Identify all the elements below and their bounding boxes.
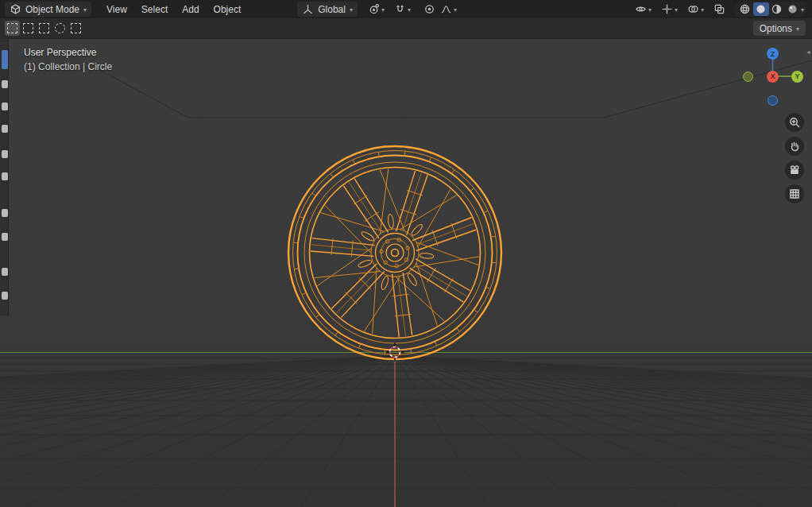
camera-view-button[interactable]	[785, 161, 804, 180]
zoom-icon	[788, 116, 801, 129]
orientation-axes-icon	[302, 3, 314, 15]
hand-icon	[788, 140, 801, 153]
select-extend-icon	[23, 23, 33, 33]
pan-button[interactable]	[785, 137, 804, 156]
chevron-down-icon: ▾	[801, 7, 804, 14]
object-mode-cube-icon	[10, 3, 21, 15]
shading-material-button[interactable]	[769, 2, 785, 16]
pivot-point-dropdown[interactable]: ▾	[365, 2, 387, 17]
menu-add[interactable]: Add	[175, 2, 206, 17]
shading-mode-group: ▾	[736, 2, 806, 17]
toolbar-strip[interactable]	[0, 39, 9, 315]
menu-object[interactable]: Object	[207, 2, 249, 17]
proportional-editing-icon	[423, 3, 435, 15]
chevron-down-icon: ▾	[796, 26, 799, 33]
select-subtract-icon	[39, 23, 49, 33]
toggle-xray-button[interactable]	[711, 2, 728, 17]
shading-rendered-button[interactable]	[785, 2, 801, 16]
gizmos-icon	[661, 3, 673, 15]
select-mode-extend-button[interactable]	[21, 21, 36, 36]
blender-window: Object Mode ▾ View Select Add Object Glo…	[0, 0, 812, 507]
tool-stub[interactable]	[2, 233, 8, 241]
gizmo-z-label: Z	[771, 50, 775, 58]
gizmo-axis-y[interactable]: Y	[791, 71, 803, 83]
mode-selector[interactable]: Object Mode ▾	[5, 2, 91, 17]
chevron-down-icon: ▾	[83, 7, 87, 14]
select-invert-icon	[55, 23, 65, 33]
view-perspective-label: User Perspective	[24, 47, 96, 58]
menu-select[interactable]: Select	[134, 2, 175, 17]
transform-orientation-dropdown[interactable]: Global ▾	[297, 2, 358, 17]
chevron-down-icon: ▾	[675, 7, 678, 14]
tool-stub[interactable]	[2, 268, 8, 276]
proportional-falloff-dropdown[interactable]: ▾	[438, 2, 459, 17]
falloff-curve-icon	[440, 3, 452, 15]
rendered-sphere-icon	[787, 3, 798, 15]
tool-stub[interactable]	[2, 209, 8, 217]
menubar: View Select Add Object	[99, 2, 248, 17]
topbar: Object Mode ▾ View Select Add Object Glo…	[0, 0, 812, 18]
panel-collapse-arrow[interactable]: ◄	[806, 49, 811, 55]
proportional-editing-toggle[interactable]	[421, 2, 438, 17]
overlays-icon	[687, 3, 699, 15]
zoom-button[interactable]	[785, 113, 804, 132]
show-gizmos-dropdown[interactable]: ▾	[659, 2, 680, 17]
wireframe-sphere-icon	[739, 3, 751, 15]
gizmo-axis-neg-z[interactable]	[768, 95, 778, 106]
chevron-down-icon: ▾	[408, 7, 411, 14]
viewport-3d[interactable]	[0, 0, 812, 507]
floor-grid	[0, 356, 812, 507]
toggle-orthographic-button[interactable]	[785, 184, 804, 203]
select-mode-intersect-button[interactable]	[68, 21, 83, 36]
options-label: Options	[760, 23, 792, 34]
chevron-down-icon: ▾	[701, 7, 704, 14]
active-collection-label: (1) Collection | Circle	[24, 61, 112, 72]
gizmo-axis-x[interactable]: X	[767, 71, 779, 83]
tool-stub[interactable]	[2, 172, 8, 180]
chevron-down-icon: ▾	[350, 7, 353, 14]
header-right-cluster: ▾ ▾ ▾	[632, 2, 806, 17]
chevron-down-icon: ▾	[454, 7, 457, 14]
pivot-point-icon	[368, 3, 380, 15]
select-intersect-icon	[71, 23, 81, 33]
mode-label: Object Mode	[25, 4, 79, 15]
gizmo-x-label: X	[770, 72, 775, 80]
magnet-icon	[394, 3, 406, 15]
chevron-down-icon: ▾	[648, 7, 652, 14]
orientation-label: Global	[318, 4, 346, 15]
select-mode-invert-button[interactable]	[52, 21, 68, 36]
options-dropdown[interactable]: Options ▾	[753, 21, 806, 36]
chevron-down-icon: ▾	[381, 7, 385, 14]
solid-sphere-icon	[755, 3, 767, 15]
shading-solid-button[interactable]	[753, 2, 769, 16]
tool-stub[interactable]	[2, 292, 8, 300]
snap-dropdown[interactable]: ▾	[392, 2, 413, 17]
show-overlays-dropdown[interactable]: ▾	[685, 2, 706, 17]
eye-icon	[635, 3, 647, 15]
gizmo-axis-neg-y[interactable]	[743, 72, 753, 82]
active-tool-stub[interactable]	[2, 50, 8, 69]
gizmo-y-label: Y	[795, 72, 799, 80]
select-mode-subtract-button[interactable]	[37, 21, 52, 36]
object-visibility-dropdown[interactable]: ▾	[632, 2, 654, 17]
wheel-object[interactable]	[288, 146, 501, 359]
shading-wireframe-button[interactable]	[737, 2, 753, 16]
tool-stub[interactable]	[2, 80, 8, 88]
xray-icon	[713, 3, 725, 15]
tool-stub[interactable]	[2, 125, 8, 133]
tool-stub[interactable]	[2, 103, 8, 110]
navigation-gizmo[interactable]: Z X Y	[743, 45, 803, 111]
tool-stub[interactable]	[2, 150, 8, 158]
tool-settings-bar: Options ▾	[0, 18, 812, 39]
menu-view[interactable]: View	[99, 2, 134, 17]
select-set-icon	[7, 23, 17, 33]
gizmo-axis-z[interactable]: Z	[767, 48, 779, 60]
ortho-grid-icon	[788, 188, 801, 200]
material-sphere-icon	[771, 3, 783, 15]
camera-icon	[788, 164, 801, 176]
select-mode-set-button[interactable]	[5, 21, 20, 36]
